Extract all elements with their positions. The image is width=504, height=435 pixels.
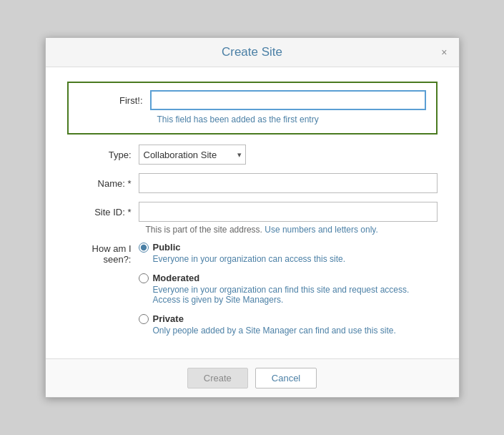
name-label: Name: * [67, 178, 139, 189]
private-desc: Only people added by a Site Manager can … [153, 326, 438, 336]
moderated-label: Moderated [153, 273, 200, 283]
public-label: Public [153, 242, 181, 253]
visibility-label: How am I seen?: [67, 242, 139, 344]
site-id-required-star: * [127, 207, 131, 218]
visibility-options: Public Everyone in your organization can… [139, 242, 438, 344]
public-desc: Everyone in your organization can access… [153, 254, 438, 264]
moderated-radio[interactable] [139, 273, 149, 283]
public-radio[interactable] [139, 243, 149, 253]
dialog-body: First!: This field has been added as the… [46, 67, 459, 358]
close-button[interactable]: × [438, 47, 450, 58]
cancel-button[interactable]: Cancel [255, 368, 317, 388]
public-option: Public Everyone in your organization can… [139, 242, 438, 264]
moderated-desc: Everyone in your organization can find t… [153, 285, 438, 305]
private-label: Private [153, 313, 184, 324]
dialog-header: Create Site × [46, 38, 459, 67]
first-row: First!: [79, 90, 426, 110]
first-hint: This field has been added as the first e… [157, 114, 426, 124]
first-label: First!: [79, 95, 150, 106]
site-address-hint-link[interactable]: Use numbers and letters only. [265, 225, 378, 235]
dialog-footer: Create Cancel [46, 358, 459, 397]
private-option: Private Only people added by a Site Mana… [139, 313, 438, 336]
private-radio[interactable] [139, 314, 149, 324]
site-id-row: Site ID: * [67, 202, 438, 222]
site-address-hint: This is part of the site address. Use nu… [146, 225, 438, 235]
site-id-label: Site ID: * [67, 207, 139, 218]
type-select-wrapper: Collaboration Site Public Site Moderated… [139, 145, 246, 165]
first-field-box: First!: This field has been added as the… [67, 82, 438, 135]
moderated-option: Moderated Everyone in your organization … [139, 273, 438, 305]
create-button[interactable]: Create [187, 368, 248, 388]
dialog-title: Create Site [222, 45, 282, 59]
type-row: Type: Collaboration Site Public Site Mod… [67, 145, 438, 165]
first-input[interactable] [150, 90, 426, 110]
site-id-input[interactable] [139, 202, 438, 222]
create-site-dialog: Create Site × First!: This field has bee… [45, 37, 460, 398]
type-select[interactable]: Collaboration Site Public Site Moderated… [139, 145, 246, 165]
name-required-star: * [127, 178, 131, 189]
type-label: Type: [67, 150, 139, 160]
name-row: Name: * [67, 173, 438, 193]
visibility-section: How am I seen?: Public Everyone in your … [67, 242, 438, 344]
name-input[interactable] [139, 173, 438, 193]
